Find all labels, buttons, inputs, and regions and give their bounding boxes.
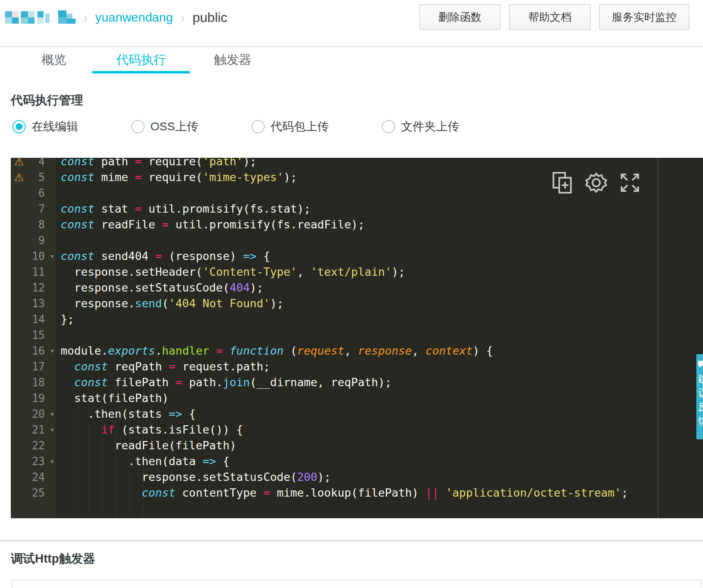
editor-toolbar [551,171,652,194]
code-line[interactable]: 13 response.send('404 Not Found'); [11,296,703,311]
code-line-text: const filePath = path.join(__dirname, re… [56,375,703,390]
code-line[interactable]: 17 const reqPath = request.path; [11,359,703,375]
code-line-text: const readFile = util.promisify(fs.readF… [56,217,703,233]
tab-overview[interactable]: 概览 [23,47,85,73]
debug-trigger-panel [12,580,701,588]
code-line-text: readFile(filePath) [56,438,703,453]
radio-circle-icon [382,120,395,133]
section-divider [0,540,703,541]
line-number: 15 [32,327,45,343]
line-number: 4 [38,158,45,169]
help-docs-button[interactable]: 帮助文档 [509,4,591,30]
radio-circle-icon [12,120,26,133]
line-number: 18 [32,375,45,390]
line-number: 21 [32,422,45,438]
code-line-text: .then(data => { [56,453,703,469]
settings-gear-icon[interactable] [585,171,608,194]
code-line[interactable]: 16▾module.exports.handler = function (re… [11,343,703,359]
line-number: 20 [32,406,45,422]
line-number: 17 [32,359,45,375]
code-line[interactable]: 22 readFile(filePath) [11,438,703,453]
code-line[interactable]: 7const stat = util.promisify(fs.stat); [11,201,703,217]
code-line[interactable]: 15 [11,327,703,343]
tab-triggers[interactable]: 触发器 [195,47,270,73]
new-file-icon[interactable] [551,171,574,194]
code-line[interactable]: 14}; [11,311,703,327]
code-editor[interactable]: ⚠4const path = require('path');⚠5const m… [11,158,703,518]
code-line-text: .then(stats => { [56,406,703,422]
code-line[interactable]: 8const readFile = util.promisify(fs.read… [11,217,703,233]
radio-label: 在线编辑 [32,119,78,135]
line-number: 5 [38,169,45,185]
code-line[interactable]: 19 stat(filePath) [11,390,703,406]
fold-arrow-icon[interactable]: ▾ [50,248,54,264]
code-lines: ⚠4const path = require('path');⚠5const m… [11,158,703,501]
code-line[interactable]: 11 response.setHeader('Content-Type', 't… [11,264,703,280]
code-line-text: if (stats.isFile()) { [56,422,703,438]
chat-bubble-icon [697,360,703,368]
fold-arrow-icon[interactable]: ▾ [50,422,54,438]
code-line[interactable]: 20▾ .then(stats => { [11,406,703,422]
radio-online-edit[interactable]: 在线编辑 [12,119,78,135]
line-number: 10 [32,248,45,264]
line-number: 6 [38,185,45,201]
code-line[interactable]: 10▾const send404 = (response) => { [11,248,703,264]
line-number: 16 [32,343,45,359]
code-line-text: response.setStatusCode(404); [56,280,703,296]
warning-icon: ⚠ [14,158,24,169]
logo-mosaic [5,10,76,24]
radio-circle-icon [131,120,145,133]
code-line[interactable]: 21▾ if (stats.isFile()) { [11,422,703,438]
header-buttons: 删除函数 帮助文档 服务实时监控 [419,4,689,30]
code-line[interactable]: ⚠4const path = require('path'); [11,158,703,169]
code-line[interactable]: 18 const filePath = path.join(__dirname,… [11,375,703,390]
code-line-text: const contentType = mime.lookup(filePath… [56,485,703,501]
debug-http-trigger-title: 调试Http触发器 [11,551,95,567]
fold-arrow-icon[interactable]: ▾ [50,343,54,359]
code-line[interactable]: 9 [11,233,703,248]
code-line-text: response.setStatusCode(200); [56,469,703,485]
code-upload-radio-group: 在线编辑 OSS上传 代码包上传 文件夹上传 [12,119,459,135]
code-line-text: module.exports.handler = function (reque… [56,343,703,359]
line-number: 24 [32,469,45,485]
code-line-text: }; [56,311,703,327]
page: › yuanwendang › public 删除函数 帮助文档 服务实时监控 … [0,0,703,588]
code-line[interactable]: 25 const contentType = mime.lookup(fileP… [11,485,703,501]
radio-label: 代码包上传 [270,119,329,135]
fold-arrow-icon[interactable]: ▾ [50,453,54,469]
radio-label: OSS上传 [150,119,198,135]
code-management-title: 代码执行管理 [11,92,83,109]
breadcrumb-separator-icon: › [84,10,87,26]
tab-code-execution[interactable]: 代码执行 [92,47,190,73]
fullscreen-icon[interactable] [618,171,642,194]
radio-package-upload[interactable]: 代码包上传 [251,119,329,135]
code-line-text: response.setHeader('Content-Type', 'text… [56,264,703,280]
line-number: 19 [32,390,45,406]
code-line-text: const reqPath = request.path; [56,359,703,375]
code-line-text: const send404 = (response) => { [56,248,703,264]
service-monitor-button[interactable]: 服务实时监控 [599,4,689,30]
line-number: 13 [32,296,45,311]
code-line-text: response.send('404 Not Found'); [56,296,703,311]
tab-bar: 概览 代码执行 触发器 [0,46,703,73]
code-line[interactable]: 24 response.setStatusCode(200); [11,469,703,485]
breadcrumb: › yuanwendang › public [5,7,227,27]
line-number: 9 [38,233,45,248]
feedback-tab-label: 建议反馈 [697,372,703,428]
code-line[interactable]: 12 response.setStatusCode(404); [11,280,703,296]
line-number: 12 [32,280,45,296]
code-line[interactable]: 23▾ .then(data => { [11,453,703,469]
fold-arrow-icon[interactable]: ▾ [50,406,54,422]
feedback-tab[interactable]: 建议反馈 [696,354,703,439]
radio-label: 文件夹上传 [401,119,459,135]
breadcrumb-service-link[interactable]: yuanwendang [95,10,173,24]
line-number: 25 [32,485,45,501]
line-number: 11 [32,264,45,280]
code-line-text: const path = require('path'); [56,158,703,169]
delete-function-button[interactable]: 删除函数 [419,4,501,30]
radio-oss-upload[interactable]: OSS上传 [131,119,198,135]
breadcrumb-separator-icon: › [181,10,184,26]
radio-folder-upload[interactable]: 文件夹上传 [382,119,459,135]
line-number: 8 [38,217,45,233]
header: › yuanwendang › public 删除函数 帮助文档 服务实时监控 [0,0,703,46]
